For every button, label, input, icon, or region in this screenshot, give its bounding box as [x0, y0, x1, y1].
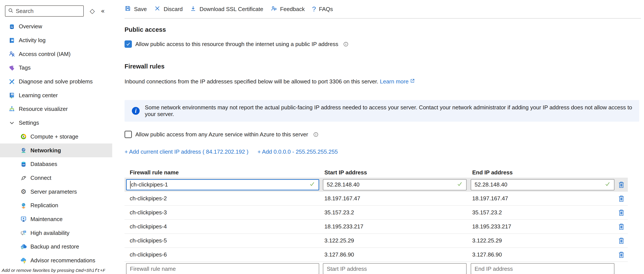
- new-rule-name-input[interactable]: [126, 263, 319, 274]
- sidebar-item-tags[interactable]: Tags: [0, 61, 112, 75]
- high-availability-icon: [20, 229, 27, 237]
- replication-globe-icon: [20, 202, 27, 209]
- column-header-rule-name: Firewall rule name: [124, 169, 319, 176]
- azure-services-checkbox[interactable]: [124, 131, 132, 138]
- rule-name-cell: ch-clickpipes-3: [124, 209, 319, 216]
- sidebar-item-databases[interactable]: DB Databases: [0, 157, 112, 171]
- question-mark-icon: ?: [312, 6, 316, 13]
- sidebar-item-server-parameters[interactable]: ⚙ Server parameters: [0, 185, 112, 199]
- delete-rule-button[interactable]: [615, 195, 628, 202]
- sidebar-search[interactable]: [5, 6, 84, 17]
- sidebar-item-replication[interactable]: Replication: [0, 199, 112, 212]
- text-cursor: [130, 181, 130, 189]
- column-header-start-ip: Start IP address: [319, 169, 467, 176]
- sidebar-item-label: Advisor recommendations: [30, 257, 96, 264]
- sidebar-item-diagnose[interactable]: Diagnose and solve problems: [0, 75, 112, 89]
- sidebar-item-advisor[interactable]: Advisor recommendations: [0, 254, 112, 267]
- end-ip-input[interactable]: 52.28.148.40: [471, 179, 614, 190]
- delete-rule-button[interactable]: [615, 251, 628, 258]
- download-ssl-label: Download SSL Certificate: [200, 6, 263, 13]
- sidebar-item-label: Access control (IAM): [19, 51, 70, 58]
- valid-check-icon: [457, 181, 463, 188]
- start-ip-cell: 3.122.25.29: [319, 237, 467, 244]
- database-icon: DB: [20, 161, 27, 168]
- backup-cloud-icon: [20, 243, 27, 250]
- sidebar-item-resource-visualizer[interactable]: Resource visualizer: [0, 102, 112, 116]
- sidebar-item-compute-storage[interactable]: $ Compute + storage: [0, 130, 112, 144]
- discard-x-icon: [154, 5, 160, 13]
- rule-name-cell: ch-clickpipes-6: [124, 251, 319, 258]
- maintenance-monitor-icon: [20, 215, 27, 223]
- learn-more-link[interactable]: Learn more: [380, 78, 408, 85]
- sidebar-item-networking[interactable]: Networking: [0, 143, 112, 157]
- info-icon[interactable]: [343, 41, 349, 47]
- delete-rule-button[interactable]: [615, 181, 628, 188]
- table-row-editing: ch-clickpipes-1 52.28.148.40 52.28.148.4…: [124, 178, 628, 192]
- end-ip-cell: 35.157.23.2: [467, 209, 615, 216]
- info-banner-text: Some network environments may not report…: [145, 104, 633, 118]
- sidebar-item-label: Compute + storage: [30, 133, 78, 140]
- firewall-rule-name-input[interactable]: ch-clickpipes-1: [126, 179, 319, 190]
- sidebar-item-access-control[interactable]: Access control (IAM): [0, 47, 112, 61]
- public-access-checkbox-label: Allow public access to this resource thr…: [135, 41, 338, 48]
- start-ip-cell: 18.195.233.217: [319, 223, 467, 230]
- sidebar-item-label: Overview: [19, 23, 42, 30]
- start-ip-cell: 18.197.167.47: [319, 195, 467, 202]
- end-ip-cell: 18.195.233.217: [467, 223, 615, 230]
- advisor-cloud-icon: [20, 257, 27, 264]
- feedback-button[interactable]: Feedback: [271, 5, 305, 13]
- resource-menu-sidebar: ◇ « My Overview Activity log Access cont…: [0, 0, 112, 274]
- add-client-ip-link[interactable]: + Add current client IP address ( 84.172…: [124, 148, 248, 155]
- sidebar-item-settings-group[interactable]: Settings: [0, 116, 112, 130]
- sidebar-item-backup-restore[interactable]: Backup and restore: [0, 240, 112, 254]
- info-banner-icon: i: [132, 107, 140, 115]
- save-button[interactable]: Save: [124, 5, 147, 13]
- save-label: Save: [134, 6, 147, 13]
- sidebar-item-activity-log[interactable]: Activity log: [0, 34, 112, 47]
- table-new-rule-row: [124, 262, 628, 274]
- networking-globe-icon: [20, 147, 27, 154]
- sidebar-item-label: Backup and restore: [30, 243, 79, 250]
- table-row: ch-clickpipes-3 35.157.23.2 35.157.23.2: [124, 206, 628, 220]
- table-row: ch-clickpipes-6 3.127.86.90 3.127.86.90: [124, 248, 628, 262]
- new-end-ip-input[interactable]: [471, 263, 614, 274]
- table-row: ch-clickpipes-5 3.122.25.29 3.122.25.29: [124, 234, 628, 248]
- svg-text:$: $: [23, 135, 24, 138]
- learning-book-icon: 101: [8, 92, 16, 99]
- info-icon[interactable]: [313, 132, 319, 137]
- start-ip-input[interactable]: 52.28.148.40: [323, 179, 466, 190]
- new-start-ip-input[interactable]: [323, 263, 466, 274]
- search-input[interactable]: [16, 8, 88, 15]
- sidebar-item-maintenance[interactable]: Maintenance: [0, 212, 112, 226]
- add-all-ips-link[interactable]: + Add 0.0.0.0 - 255.255.255.255: [258, 148, 338, 155]
- download-ssl-button[interactable]: Download SSL Certificate: [190, 5, 263, 13]
- feedback-label: Feedback: [280, 6, 305, 13]
- delete-rule-button[interactable]: [615, 223, 628, 230]
- discard-label: Discard: [164, 6, 182, 13]
- svg-text:My: My: [10, 26, 14, 28]
- public-access-heading: Public access: [124, 26, 639, 33]
- diamond-icon[interactable]: ◇: [90, 8, 95, 14]
- firewall-rules-heading: Firewall rules: [124, 63, 639, 70]
- end-ip-cell: 3.122.25.29: [467, 237, 615, 244]
- networking-blade: Save Discard Download SSL Certificate Fe…: [112, 0, 644, 274]
- compute-storage-icon: $: [20, 133, 27, 140]
- faqs-button[interactable]: ? FAQs: [312, 6, 333, 13]
- mysql-server-icon: My: [8, 23, 16, 30]
- sidebar-item-high-availability[interactable]: High availability: [0, 226, 112, 240]
- sidebar-item-connect[interactable]: Connect: [0, 171, 112, 185]
- discard-button[interactable]: Discard: [154, 5, 182, 13]
- favorites-hint: Add or remove favorites by pressing Cmd+…: [2, 268, 105, 273]
- delete-rule-button[interactable]: [615, 237, 628, 244]
- sidebar-item-overview[interactable]: My Overview: [0, 20, 112, 34]
- sidebar-item-label: Learning center: [19, 92, 58, 99]
- sidebar-item-label: Server parameters: [30, 188, 77, 195]
- plug-icon: [20, 174, 27, 181]
- delete-rule-button[interactable]: [615, 209, 628, 216]
- table-row: ch-clickpipes-4 18.195.233.217 18.195.23…: [124, 220, 628, 234]
- collapse-sidebar-icon[interactable]: «: [101, 8, 105, 14]
- tag-icon: [8, 64, 16, 72]
- sidebar-item-learning-center[interactable]: 101 Learning center: [0, 88, 112, 102]
- svg-text:DB: DB: [22, 164, 25, 166]
- public-access-checkbox[interactable]: [124, 40, 132, 48]
